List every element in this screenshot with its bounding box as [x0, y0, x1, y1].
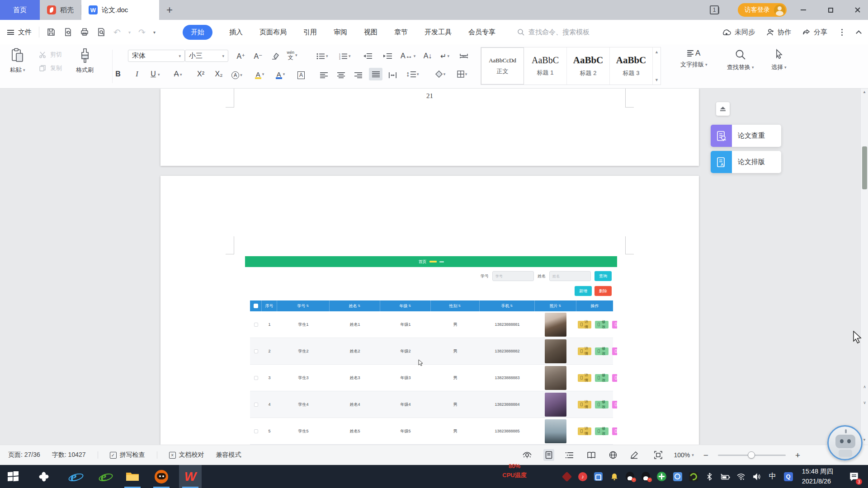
- shading-icon[interactable]: ▾: [435, 68, 446, 80]
- phonetic-guide-icon[interactable]: wén文▾: [287, 49, 297, 61]
- wps-assistant-robot[interactable]: [827, 425, 863, 460]
- paper-check-button[interactable]: 论文查重: [711, 125, 781, 147]
- tray-antivirus-icon[interactable]: [657, 472, 667, 482]
- align-left-icon[interactable]: [318, 69, 329, 81]
- col-header-name[interactable]: 姓名⇅: [330, 300, 380, 311]
- scroll-down-icon[interactable]: ▼: [863, 436, 866, 444]
- tab-docer[interactable]: 稻壳: [40, 0, 81, 20]
- web-view-icon[interactable]: [607, 449, 619, 461]
- tray-nvidia-icon[interactable]: [689, 472, 698, 482]
- strikethrough-caret-icon[interactable]: ▾: [180, 72, 182, 77]
- collapse-ribbon-icon[interactable]: [856, 30, 862, 36]
- scroll-up-icon[interactable]: ▲: [863, 89, 866, 96]
- zoom-slider-knob[interactable]: [748, 451, 755, 459]
- scrollbar-thumb[interactable]: [862, 146, 867, 189]
- notification-center-button[interactable]: 3: [844, 465, 864, 488]
- row-checkbox[interactable]: [254, 403, 258, 407]
- customize-toolbar-caret-icon[interactable]: ▾: [153, 30, 156, 35]
- page-view-icon[interactable]: [543, 449, 554, 461]
- italic-icon[interactable]: I: [132, 68, 142, 80]
- fit-page-icon[interactable]: [652, 449, 664, 461]
- paste-button[interactable]: 粘贴▾: [10, 48, 25, 74]
- row-checkbox[interactable]: [254, 323, 258, 327]
- ime-indicator[interactable]: 中: [768, 472, 778, 482]
- detail-button[interactable]: 详情: [578, 374, 591, 382]
- edit-button[interactable]: 修改: [595, 321, 609, 328]
- detail-button[interactable]: 详情: [578, 401, 591, 408]
- share-button[interactable]: 分享: [802, 28, 827, 37]
- delete-button[interactable]: 删除: [612, 427, 617, 435]
- zoom-in-button[interactable]: +: [795, 451, 800, 460]
- tray-q-app-icon[interactable]: Q: [783, 472, 793, 482]
- collaborate-button[interactable]: 协作: [766, 28, 791, 37]
- style-heading3[interactable]: AaBbC 标题 3: [610, 47, 653, 84]
- taskbar-file-explorer[interactable]: [121, 465, 144, 488]
- panel-collapse-button[interactable]: [716, 102, 730, 116]
- sync-status-button[interactable]: 未同步: [722, 28, 755, 37]
- tab-insert[interactable]: 插入: [229, 28, 243, 37]
- tab-references[interactable]: 引用: [303, 28, 317, 37]
- style-normal[interactable]: AaBbCcDd 正文: [481, 47, 524, 84]
- tab-sections[interactable]: 章节: [394, 28, 408, 37]
- zoom-out-button[interactable]: −: [703, 451, 708, 460]
- bold-icon[interactable]: B: [113, 68, 123, 80]
- select-all-checkbox[interactable]: [254, 304, 258, 308]
- more-options-icon[interactable]: [841, 32, 843, 33]
- style-heading1[interactable]: AaBbC 标题 1: [524, 47, 567, 84]
- clear-format-icon[interactable]: [270, 50, 281, 62]
- enclose-character-icon[interactable]: A▾: [231, 69, 242, 81]
- numbered-list-icon[interactable]: 123▾: [339, 50, 351, 62]
- tab-view[interactable]: 视图: [364, 28, 377, 37]
- row-checkbox[interactable]: [254, 349, 258, 353]
- guest-login-button[interactable]: 访客登录: [738, 3, 787, 17]
- student-name-input[interactable]: [549, 271, 591, 281]
- compatibility-mode[interactable]: 兼容模式: [216, 451, 241, 459]
- word-count[interactable]: 字数: 10427: [52, 451, 86, 459]
- tab-document[interactable]: W 论文.doc: [81, 0, 159, 20]
- sort-icon[interactable]: A↓: [422, 50, 433, 62]
- tab-review[interactable]: 审阅: [334, 28, 347, 37]
- page-indicator[interactable]: 页面: 27/36: [8, 451, 40, 459]
- character-border-icon[interactable]: A: [296, 69, 307, 81]
- tab-member[interactable]: 会员专享: [468, 28, 495, 37]
- edit-button[interactable]: 修改: [595, 374, 609, 382]
- font-name-select[interactable]: 宋体▾: [128, 50, 185, 62]
- col-header-phone[interactable]: 手机⇅: [480, 300, 535, 311]
- select-button[interactable]: 选择▾: [771, 49, 787, 71]
- detail-button[interactable]: 详情: [578, 347, 591, 355]
- zoom-level-button[interactable]: 100%▾: [674, 451, 693, 459]
- ruler-icon[interactable]: [458, 50, 469, 62]
- tab-page-layout[interactable]: 页面布局: [259, 28, 287, 37]
- taskbar-wps[interactable]: W: [179, 465, 202, 488]
- delete-button[interactable]: 删除: [612, 321, 617, 328]
- tray-dictionary-icon[interactable]: [594, 472, 604, 482]
- align-center-icon[interactable]: [335, 69, 346, 81]
- subscript-icon[interactable]: X₂: [213, 68, 224, 80]
- col-header-grade[interactable]: 年级⇅: [380, 300, 431, 311]
- window-count-button[interactable]: 1: [710, 5, 719, 14]
- spell-check-toggle[interactable]: ✓拼写检查: [110, 451, 145, 459]
- add-button[interactable]: 新增: [575, 286, 592, 296]
- distribute-icon[interactable]: [387, 69, 398, 81]
- print-icon[interactable]: [80, 28, 89, 37]
- line-spacing-icon[interactable]: ↕ ▾: [406, 68, 419, 80]
- start-button[interactable]: [2, 465, 24, 488]
- row-checkbox[interactable]: [254, 376, 258, 380]
- cut-button[interactable]: 剪切: [39, 51, 62, 59]
- delete-button[interactable]: 删除: [612, 347, 617, 355]
- tab-start[interactable]: 开始: [183, 25, 212, 40]
- tray-bell-icon[interactable]: [609, 472, 619, 482]
- col-header-sid[interactable]: 学号⇅: [277, 300, 330, 311]
- detail-button[interactable]: 详情: [578, 427, 591, 435]
- row-checkbox[interactable]: [254, 429, 258, 433]
- style-heading2[interactable]: AaBbC 标题 2: [567, 47, 610, 84]
- align-right-icon[interactable]: [353, 69, 363, 81]
- taskbar-cat-app[interactable]: [150, 465, 173, 488]
- edit-button[interactable]: 修改: [595, 427, 609, 435]
- tray-settings-icon[interactable]: [673, 472, 683, 482]
- col-header-gender[interactable]: 性别⇅: [431, 300, 480, 311]
- read-view-icon[interactable]: [585, 450, 598, 460]
- delete-button[interactable]: 删除: [612, 374, 617, 382]
- find-replace-button[interactable]: 查找替换▾: [727, 49, 754, 71]
- justify-icon[interactable]: [369, 68, 382, 80]
